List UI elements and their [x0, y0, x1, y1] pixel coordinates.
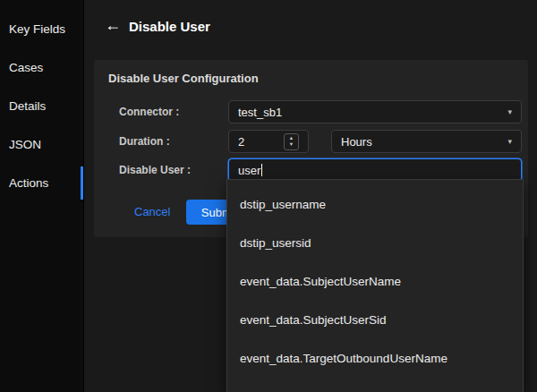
- chevron-down-icon: ▾: [507, 108, 512, 116]
- chevron-down-icon: ▾: [507, 138, 512, 146]
- panel-title: Disable User Configuration: [108, 72, 259, 85]
- autocomplete-item[interactable]: dstip_usersid: [227, 224, 523, 262]
- sidebar-item-label: JSON: [9, 138, 41, 151]
- autocomplete-item[interactable]: event_data.SubjectUserSid: [227, 301, 523, 339]
- back-arrow-icon[interactable]: ←: [105, 16, 121, 36]
- app-root: Key Fields Cases Details JSON Actions ← …: [0, 0, 537, 392]
- duration-unit-select[interactable]: Hours ▾: [331, 130, 522, 153]
- sidebar: Key Fields Cases Details JSON Actions: [0, 0, 84, 392]
- stepper-down-icon[interactable]: ▾: [290, 141, 293, 148]
- sidebar-item-cases[interactable]: Cases: [0, 48, 83, 87]
- duration-unit-value: Hours: [341, 135, 372, 149]
- disable-user-value: user: [238, 164, 260, 177]
- autocomplete-item[interactable]: event_data.TargetOutboundUserName: [227, 339, 523, 378]
- duration-label: Duration :: [119, 135, 228, 148]
- disable-user-label: Disable User :: [119, 164, 228, 176]
- page-title: Disable User: [129, 19, 210, 34]
- sidebar-item-actions[interactable]: Actions: [0, 164, 83, 202]
- autocomplete-item[interactable]: event_data.SubjectUserName: [227, 262, 523, 301]
- sidebar-item-label: Cases: [9, 61, 43, 74]
- autocomplete-dropdown: dstip_username dstip_usersid event_data.…: [226, 179, 524, 392]
- autocomplete-item[interactable]: dstip_username: [227, 185, 523, 224]
- connector-select[interactable]: test_sb1 ▾: [228, 100, 522, 124]
- duration-row: Duration : 2 ▴ ▾ Hours ▾: [119, 130, 522, 153]
- sidebar-item-label: Details: [9, 99, 46, 113]
- active-indicator: [81, 166, 83, 200]
- sidebar-item-label: Key Fields: [9, 22, 65, 36]
- text-cursor: [261, 164, 262, 176]
- connector-row: Connector : test_sb1 ▾: [119, 100, 522, 124]
- sidebar-item-details[interactable]: Details: [0, 87, 83, 125]
- duration-input[interactable]: 2 ▴ ▾: [228, 130, 309, 153]
- connector-label: Connector :: [119, 106, 228, 118]
- cancel-button[interactable]: Cancel: [134, 205, 170, 218]
- number-stepper[interactable]: ▴ ▾: [284, 133, 299, 150]
- duration-value: 2: [238, 135, 244, 149]
- sidebar-item-key-fields[interactable]: Key Fields: [0, 10, 83, 48]
- sidebar-item-label: Actions: [9, 176, 48, 190]
- connector-value: test_sb1: [238, 106, 282, 119]
- sidebar-item-json[interactable]: JSON: [0, 125, 83, 164]
